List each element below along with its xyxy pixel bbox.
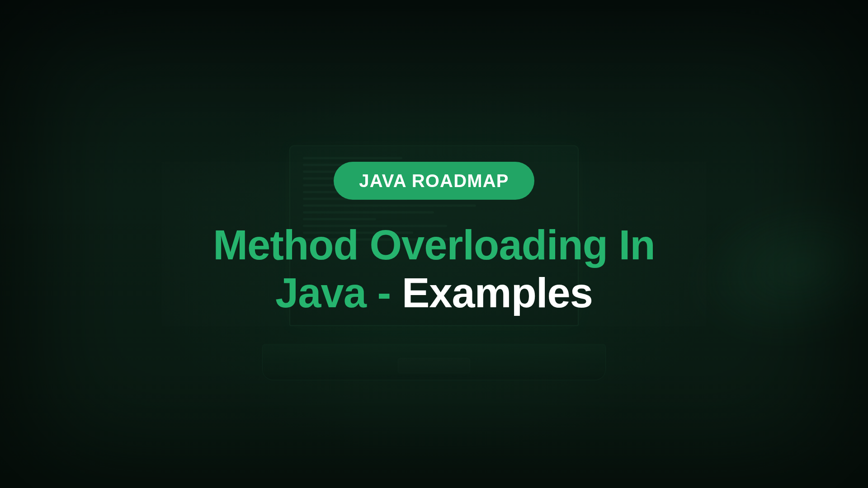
title-part-3: Examples xyxy=(402,270,593,316)
laptop-base xyxy=(262,344,606,380)
hero-content: JAVA ROADMAP Method Overloading In Java … xyxy=(213,162,655,326)
title-line-1: Method Overloading In xyxy=(213,222,655,268)
badge-label: JAVA ROADMAP xyxy=(359,171,509,191)
hero-title: Method Overloading In Java - Examples xyxy=(213,221,655,317)
title-part-2: Java - xyxy=(275,270,402,316)
category-badge: JAVA ROADMAP xyxy=(334,162,534,200)
laptop-trackpad xyxy=(398,358,470,374)
